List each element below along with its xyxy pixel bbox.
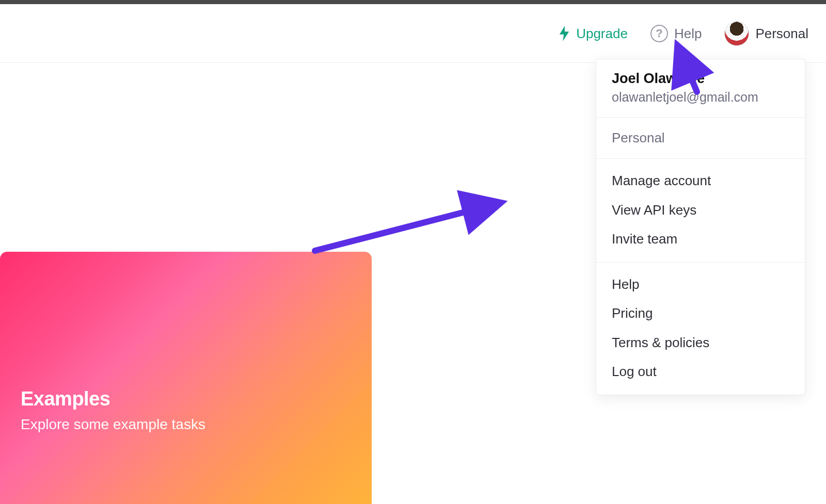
menu-item-manage-account[interactable]: Manage account <box>596 166 805 196</box>
card-subtitle: Explore some example tasks <box>21 416 351 433</box>
examples-card[interactable]: Examples Explore some example tasks <box>0 252 372 504</box>
workspace-label: Personal <box>755 27 808 40</box>
top-bar: Upgrade ? Help Personal <box>0 4 826 63</box>
card-title: Examples <box>21 388 351 410</box>
menu-group-account: Manage account View API keys Invite team <box>596 159 805 263</box>
menu-item-logout[interactable]: Log out <box>596 357 805 386</box>
arrow-to-api-keys <box>315 203 499 251</box>
menu-item-pricing[interactable]: Pricing <box>596 299 805 328</box>
avatar <box>724 21 749 46</box>
help-label: Help <box>674 27 702 40</box>
help-icon: ? <box>650 25 668 42</box>
upgrade-label: Upgrade <box>576 27 628 40</box>
menu-item-invite-team[interactable]: Invite team <box>596 224 805 254</box>
account-menu: Joel Olawanle olawanletjoel@gmail.com Pe… <box>596 59 805 395</box>
workspace-switcher[interactable]: Personal <box>724 21 808 46</box>
upgrade-link[interactable]: Upgrade <box>559 26 628 41</box>
user-name: Joel Olawanle <box>612 71 789 87</box>
help-link[interactable]: ? Help <box>650 25 702 42</box>
bolt-icon <box>559 26 570 41</box>
menu-workspace[interactable]: Personal <box>596 118 805 159</box>
user-email: olawanletjoel@gmail.com <box>612 90 789 105</box>
menu-group-misc: Help Pricing Terms & policies Log out <box>596 263 805 395</box>
menu-item-view-api-keys[interactable]: View API keys <box>596 196 805 225</box>
menu-item-help[interactable]: Help <box>596 270 805 299</box>
user-info: Joel Olawanle olawanletjoel@gmail.com <box>596 59 805 118</box>
menu-item-terms[interactable]: Terms & policies <box>596 328 805 357</box>
